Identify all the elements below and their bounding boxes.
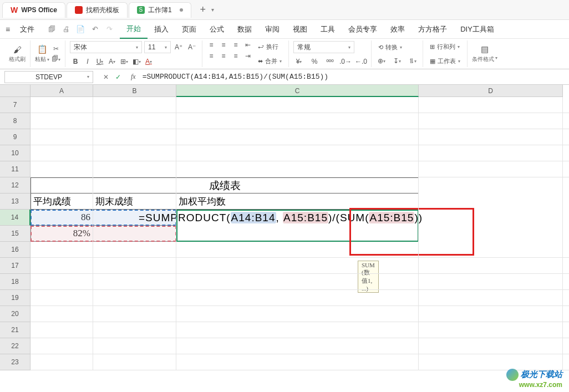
indent-dec-icon[interactable]: ⇤ xyxy=(243,41,252,49)
fx-icon[interactable]: fx xyxy=(126,73,140,81)
select-all-corner[interactable] xyxy=(0,85,31,97)
menu-efficiency[interactable]: 效率 xyxy=(384,20,411,39)
cell-B13[interactable]: 期末成绩 xyxy=(93,194,176,210)
row-header[interactable]: 10 xyxy=(0,145,31,161)
increase-font-icon[interactable]: A⁺ xyxy=(173,42,184,52)
dec-dec-button[interactable]: ←.0 xyxy=(355,57,367,67)
qa-icon-1[interactable]: 🗐 xyxy=(47,25,57,33)
name-box-caret-icon[interactable]: ▾ xyxy=(87,74,89,79)
clear-icon[interactable]: ↧▾ xyxy=(392,56,403,66)
cell-A15[interactable]: 82% xyxy=(31,226,93,242)
fill-color-button[interactable]: ◧▾ xyxy=(131,57,142,67)
align-middle-icon[interactable]: ≡ xyxy=(219,41,228,49)
font-name-select[interactable]: 宋体▾ xyxy=(70,41,142,53)
menu-data[interactable]: 数据 xyxy=(231,20,258,39)
rowcol-button[interactable]: ⊞行和列▾ xyxy=(428,41,462,52)
col-header-D[interactable]: D xyxy=(419,85,563,97)
col-header-A[interactable]: A xyxy=(31,85,93,97)
align-left-icon[interactable]: ≡ xyxy=(207,52,216,60)
row-header[interactable]: 16 xyxy=(0,242,31,258)
cond-format-label[interactable]: 条件格式 xyxy=(472,55,494,63)
template-tab[interactable]: 找稻壳模板 xyxy=(67,2,128,18)
row-header[interactable]: 21 xyxy=(0,322,31,338)
menu-page[interactable]: 页面 xyxy=(175,20,203,39)
worksheet-button[interactable]: ▦工作表▾ xyxy=(428,55,463,67)
row-header[interactable]: 13 xyxy=(0,194,31,210)
row-header[interactable]: 12 xyxy=(0,177,31,194)
formula-input[interactable]: =SUMPRODUCT(A14:B14,A15:B15)/(SUM(A15:B1… xyxy=(140,73,569,81)
menu-insert[interactable]: 插入 xyxy=(148,20,175,39)
menu-hamburger-icon[interactable]: ≡ xyxy=(6,25,10,34)
app-tab[interactable]: W WPS Office xyxy=(2,2,65,18)
wrap-button[interactable]: ⮐换行 xyxy=(256,41,284,52)
sort-icon[interactable]: ⥮▾ xyxy=(407,56,418,66)
strike-button[interactable]: A▾ xyxy=(106,57,118,67)
convert-button[interactable]: ⟲转换▾ xyxy=(376,42,404,53)
row-header[interactable]: 23 xyxy=(0,354,31,370)
row-header[interactable]: 19 xyxy=(0,290,31,306)
number-format-select[interactable]: 常规▾ xyxy=(293,41,354,53)
undo-icon[interactable]: ↶ xyxy=(90,25,100,33)
row-header[interactable]: 17 xyxy=(0,258,31,274)
row-header[interactable]: 14 xyxy=(0,210,31,226)
align-center-icon[interactable]: ≡ xyxy=(219,52,228,60)
bold-button[interactable]: B xyxy=(70,57,81,67)
font-color-button[interactable]: A▾ xyxy=(143,57,154,67)
cell-C13[interactable]: 加权平均数 xyxy=(176,194,419,210)
percent-button[interactable]: % xyxy=(309,57,320,67)
row-header[interactable]: 15 xyxy=(0,226,31,242)
align-bottom-icon[interactable]: ≡ xyxy=(231,41,240,49)
underline-button[interactable]: U▾ xyxy=(94,57,105,67)
decrease-font-icon[interactable]: A⁻ xyxy=(186,42,197,52)
font-size-select[interactable]: 11▾ xyxy=(144,41,171,53)
comma-button[interactable]: ººº xyxy=(324,57,336,67)
row-header[interactable]: 18 xyxy=(0,274,31,290)
menu-member[interactable]: 会员专享 xyxy=(342,20,384,39)
align-right-icon[interactable]: ≡ xyxy=(231,52,240,60)
cell-A14[interactable]: 86 xyxy=(31,210,93,226)
border-button[interactable]: ⊞▾ xyxy=(119,57,130,67)
cancel-icon[interactable]: ✕ xyxy=(102,73,110,81)
merge-button[interactable]: ⬌合并▾ xyxy=(256,55,284,67)
menu-start[interactable]: 开始 xyxy=(120,20,148,39)
paste-label[interactable]: 粘贴 xyxy=(35,55,46,63)
cell-title[interactable]: 成绩表 xyxy=(31,177,419,194)
row-header[interactable]: 22 xyxy=(0,338,31,354)
menu-view[interactable]: 视图 xyxy=(286,20,314,39)
accept-icon[interactable]: ✓ xyxy=(114,73,122,81)
dec-inc-button[interactable]: .0→ xyxy=(340,57,351,67)
menu-formula[interactable]: 公式 xyxy=(203,20,231,39)
new-tab-button[interactable]: + xyxy=(196,4,211,16)
fill-down-icon[interactable]: ⊕▾ xyxy=(376,56,387,66)
row-header[interactable]: 20 xyxy=(0,306,31,322)
redo-icon[interactable]: ↷ xyxy=(104,25,114,33)
row-header[interactable]: 11 xyxy=(0,161,31,177)
col-header-B[interactable]: B xyxy=(93,85,176,97)
col-header-C[interactable]: C xyxy=(176,85,419,97)
row-header[interactable]: 8 xyxy=(0,113,31,129)
format-painter-icon[interactable]: 🖌 xyxy=(13,44,22,54)
cut-icon[interactable]: ✂ xyxy=(52,45,60,53)
currency-button[interactable]: ¥▾ xyxy=(293,57,304,67)
qa-icon-3[interactable]: 📄 xyxy=(75,25,85,33)
italic-button[interactable]: I xyxy=(82,57,93,67)
cell-A13[interactable]: 平均成绩 xyxy=(31,194,93,210)
row-header[interactable]: 9 xyxy=(0,129,31,145)
menu-review[interactable]: 审阅 xyxy=(258,20,286,39)
cond-format-icon[interactable]: ▤ xyxy=(481,44,489,54)
tab-list-caret[interactable]: ▾ xyxy=(211,7,214,13)
workbook-tab[interactable]: S 工作簿1 xyxy=(129,2,191,18)
menu-file[interactable]: 文件 xyxy=(13,20,41,39)
qa-icon-2[interactable]: 🖨 xyxy=(61,25,71,33)
align-top-icon[interactable]: ≡ xyxy=(207,41,216,49)
row-header[interactable]: 7 xyxy=(0,97,31,113)
spreadsheet[interactable]: A B C D 7 8 9 10 11 12 13 14 15 16 17 18… xyxy=(0,85,569,376)
copy-icon[interactable]: 🗐▾ xyxy=(52,55,60,63)
name-box[interactable]: STDEVP ▾ xyxy=(4,71,93,83)
cell-B15[interactable] xyxy=(93,226,176,242)
paste-caret-icon[interactable]: ▾ xyxy=(47,57,49,62)
menu-ffgz[interactable]: 方方格子 xyxy=(411,20,454,39)
indent-inc-icon[interactable]: ⇥ xyxy=(243,52,252,60)
paste-icon[interactable]: 📋 xyxy=(37,44,48,54)
menu-tools[interactable]: 工具 xyxy=(314,20,342,39)
